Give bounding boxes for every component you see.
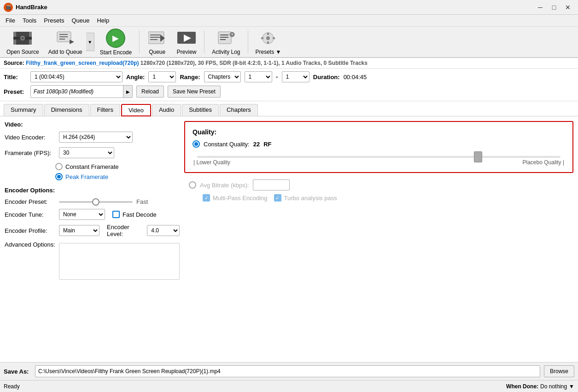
constant-quality-value: 22 — [253, 141, 260, 148]
framerate-select[interactable]: 30 — [59, 147, 114, 158]
statusbar: Ready When Done: Do nothing ▼ — [0, 380, 578, 392]
activity-log-button[interactable]: Activity Log — [208, 27, 244, 57]
range-to-select[interactable]: 1 — [282, 71, 309, 82]
tab-subtitles[interactable]: Subtitles — [182, 104, 219, 116]
source-filename: Filthy_frank_green_screen_reupload(720p) — [26, 60, 139, 66]
constant-quality-radio[interactable] — [193, 140, 200, 148]
tab-dimensions[interactable]: Dimensions — [44, 104, 89, 116]
range-select[interactable]: Chapters — [204, 71, 241, 82]
peak-framerate-radio[interactable]: Peak Framerate — [55, 173, 180, 180]
angle-select[interactable]: 1 — [148, 71, 176, 82]
avg-bitrate-input[interactable] — [253, 179, 290, 190]
tabs: Summary Dimensions Filters Video Audio S… — [0, 101, 578, 116]
encoder-preset-label: Encoder Preset: — [5, 198, 55, 205]
browse-button[interactable]: Browse — [544, 365, 574, 377]
encoder-profile-row: Encoder Profile: Main Encoder Level: 4.0 — [5, 224, 180, 237]
encoder-preset-slider-container: Fast — [59, 198, 148, 205]
quality-title: Quality: — [193, 128, 565, 136]
menu-tools[interactable]: Tools — [19, 16, 40, 25]
peak-framerate-circle — [55, 173, 63, 180]
encoder-tune-row: Encoder Tune: None Fast Decode — [5, 209, 180, 220]
add-to-queue-label: Add to Queue — [48, 49, 82, 55]
tab-summary[interactable]: Summary — [4, 104, 43, 116]
title-select[interactable]: 1 (00:04:45) — [30, 71, 123, 82]
range-from-select[interactable]: 1 — [245, 71, 272, 82]
svg-rect-24 — [232, 34, 233, 35]
svg-point-5 — [21, 37, 24, 40]
minimize-button[interactable]: ─ — [534, 3, 547, 12]
quality-box: Quality: Constant Quality: 22 RF | Lower… — [184, 121, 573, 173]
encoder-row: Video Encoder: H.264 (x264) — [5, 132, 180, 143]
save-new-preset-button[interactable]: Save New Preset — [168, 86, 221, 98]
start-encode-label: Start Encode — [100, 49, 132, 56]
turbo-checkbox-item: Turbo analysis pass — [274, 194, 337, 202]
duration-value: 00:04:45 — [344, 74, 367, 81]
main-content: Video: Video Encoder: H.264 (x264) Frame… — [0, 116, 578, 362]
when-done: When Done: Do nothing ▼ — [506, 383, 574, 390]
duration-label: Duration: — [313, 74, 340, 81]
queue-button[interactable]: Queue — [143, 27, 171, 57]
tab-chapters[interactable]: Chapters — [220, 104, 258, 116]
title-row: Title: 1 (00:04:45) Angle: 1 Range: Chap… — [0, 69, 578, 101]
preset-dropdown-button[interactable]: ▶ — [123, 86, 132, 98]
encoder-tune-label: Encoder Tune: — [5, 211, 55, 218]
svg-rect-27 — [267, 33, 269, 35]
titlebar-left: 🎬 HandBrake — [4, 3, 47, 12]
app-icon: 🎬 — [4, 3, 13, 12]
preset-container: Fast 1080p30 (Modified) ▶ — [30, 85, 133, 98]
framerate-label: Framerate (FPS): — [5, 150, 55, 156]
menu-presets[interactable]: Presets — [40, 16, 68, 25]
toolbar: Open Source Add to Queue ▼ ▶ Start Encod… — [0, 27, 578, 58]
add-to-queue-wrapper: Add to Queue ▼ — [45, 27, 94, 57]
tab-video[interactable]: Video — [121, 104, 151, 116]
svg-rect-7 — [59, 34, 68, 35]
reload-button[interactable]: Reload — [136, 86, 164, 98]
tab-audio[interactable]: Audio — [152, 104, 181, 116]
video-section-title: Video: — [5, 121, 180, 128]
menu-file[interactable]: File — [2, 16, 19, 25]
avg-bitrate-label: Avg Bitrate (kbps): — [200, 182, 249, 189]
encoder-level-select[interactable]: 4.0 — [147, 225, 180, 236]
svg-rect-20 — [220, 37, 228, 38]
fast-decode-checkbox[interactable] — [112, 211, 120, 218]
multipass-checkbox[interactable] — [203, 194, 210, 202]
peak-framerate-label: Peak Framerate — [65, 173, 108, 180]
range-label: Range: — [180, 74, 200, 81]
turbo-checkbox[interactable] — [274, 194, 281, 202]
start-encode-button[interactable]: ▶ Start Encode — [96, 27, 135, 58]
encoder-preset-slider[interactable] — [59, 201, 133, 203]
maximize-button[interactable]: □ — [548, 3, 560, 12]
open-source-label: Open Source — [6, 49, 39, 55]
close-button[interactable]: ✕ — [561, 3, 574, 12]
title-label: Title: — [4, 74, 27, 81]
window-controls: ─ □ ✕ — [534, 3, 574, 12]
constant-framerate-radio[interactable]: Constant Framerate — [55, 163, 180, 170]
svg-rect-29 — [261, 37, 263, 39]
toolbar-sep-2 — [204, 30, 204, 53]
encoder-profile-select[interactable]: Main — [59, 225, 99, 236]
encoder-tune-select[interactable]: None — [59, 209, 105, 220]
menu-queue[interactable]: Queue — [68, 16, 93, 25]
avg-bitrate-radio[interactable] — [189, 181, 196, 189]
placebo-quality-label: Placebo Quality | — [523, 159, 565, 166]
svg-marker-10 — [70, 40, 74, 44]
encoder-profile-label: Encoder Profile: — [5, 227, 55, 234]
saveas-input[interactable] — [35, 365, 540, 377]
source-label: Source: — [4, 60, 24, 66]
presets-button[interactable]: Presets ▼ — [252, 27, 285, 57]
preset-row: Preset: Fast 1080p30 (Modified) ▶ Reload… — [4, 85, 574, 98]
advanced-options-textarea — [59, 243, 180, 280]
add-to-queue-dropdown[interactable]: ▼ — [86, 33, 94, 51]
preset-label: Preset: — [4, 88, 27, 95]
encoder-select[interactable]: H.264 (x264) — [59, 132, 133, 143]
when-done-arrow[interactable]: ▼ — [569, 383, 574, 390]
menu-help[interactable]: Help — [93, 16, 113, 25]
preview-button[interactable]: Preview — [173, 27, 200, 57]
svg-rect-19 — [220, 35, 228, 35]
add-to-queue-button[interactable]: Add to Queue — [45, 27, 86, 57]
when-done-label: When Done: — [506, 383, 538, 390]
open-source-button[interactable]: Open Source — [3, 27, 43, 57]
quality-slider[interactable] — [197, 156, 560, 158]
preset-value: Fast 1080p30 (Modified) — [31, 86, 123, 98]
tab-filters[interactable]: Filters — [90, 104, 120, 116]
